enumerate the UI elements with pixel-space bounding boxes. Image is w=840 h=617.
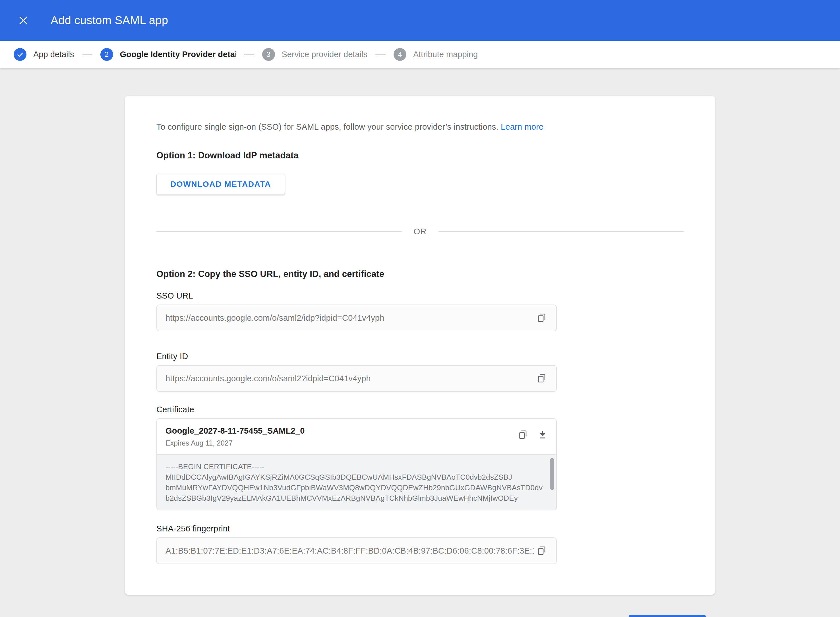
continue-button[interactable]: CONTINUE bbox=[629, 615, 706, 617]
sha256-label: SHA-256 fingerprint bbox=[156, 524, 684, 533]
check-icon bbox=[16, 51, 24, 58]
step4-label: Attribute mapping bbox=[413, 50, 478, 59]
step-connector bbox=[244, 54, 254, 55]
footer-actions: BACK CANCEL CONTINUE bbox=[124, 615, 716, 617]
sso-url-label: SSO URL bbox=[156, 291, 684, 301]
intro-text: To configure single sign-on (SSO) for SA… bbox=[156, 122, 684, 131]
download-icon bbox=[537, 430, 548, 440]
copy-icon bbox=[536, 313, 546, 323]
step-google-idp-details[interactable]: 2 Google Identity Provider details bbox=[100, 48, 236, 61]
back-button[interactable]: BACK bbox=[135, 615, 170, 617]
certificate-copy-button[interactable] bbox=[515, 427, 530, 442]
idp-details-card: To configure single sign-on (SSO) for SA… bbox=[124, 96, 716, 595]
certificate-body[interactable]: -----BEGIN CERTIFICATE----- MIIDdDCCAlyg… bbox=[157, 454, 556, 510]
download-metadata-button[interactable]: DOWNLOAD METADATA bbox=[156, 174, 285, 195]
or-divider: OR bbox=[156, 227, 684, 236]
certificate-line: bmMuMRYwFAYDVQQHEw1Nb3VudGFpbiBWaWV3MQ8w… bbox=[165, 483, 543, 493]
dialog-header: Add custom SAML app bbox=[0, 0, 840, 41]
step-connector bbox=[375, 54, 385, 55]
certificate-line: b2dsZSBGb3IgV29yazELMAkGA1UEBhMCVVMxEzAR… bbox=[165, 493, 543, 503]
certificate-actions bbox=[515, 427, 550, 442]
certificate-header: Google_2027-8-11-75455_SAML2_0 Expires A… bbox=[157, 419, 556, 454]
step-service-provider-details[interactable]: 3 Service provider details bbox=[262, 48, 368, 61]
divider-line-right bbox=[438, 231, 684, 232]
copy-icon bbox=[518, 430, 528, 440]
certificate-scrollbar[interactable] bbox=[550, 458, 554, 490]
step1-label: App details bbox=[33, 50, 74, 59]
divider-or-label: OR bbox=[413, 227, 427, 236]
intro-text-body: To configure single sign-on (SSO) for SA… bbox=[156, 122, 499, 131]
certificate-line: -----BEGIN CERTIFICATE----- bbox=[165, 462, 543, 472]
step3-number-circle: 3 bbox=[262, 48, 275, 61]
certificate-line: MIIDdDCCAlygAwIBAgIGAYKSjRZiMA0GCSqGSIb3… bbox=[165, 472, 543, 483]
step-app-details[interactable]: App details bbox=[14, 48, 74, 61]
close-button[interactable] bbox=[15, 12, 32, 29]
sso-url-copy-button[interactable] bbox=[534, 310, 549, 325]
sso-url-value: https://accounts.google.com/o/saml2/idp?… bbox=[165, 313, 534, 323]
option2-heading: Option 2: Copy the SSO URL, entity ID, a… bbox=[156, 269, 684, 279]
step-connector bbox=[82, 54, 92, 55]
wizard-stepper: App details 2 Google Identity Provider d… bbox=[0, 41, 840, 68]
step2-number-circle: 2 bbox=[100, 48, 113, 61]
sha256-field: A1:B5:B1:07:7E:ED:E1:D3:A7:6E:EA:74:AC:B… bbox=[156, 537, 557, 564]
step4-number-circle: 4 bbox=[394, 48, 406, 61]
step2-label: Google Identity Provider details bbox=[120, 50, 236, 59]
certificate-download-button[interactable] bbox=[535, 427, 550, 442]
learn-more-link[interactable]: Learn more bbox=[501, 122, 543, 131]
entity-id-field: https://accounts.google.com/o/saml2?idpi… bbox=[156, 365, 557, 392]
divider-line-left bbox=[156, 231, 402, 232]
copy-icon bbox=[536, 373, 546, 384]
certificate-name: Google_2027-8-11-75455_SAML2_0 bbox=[165, 426, 515, 435]
sha256-copy-button[interactable] bbox=[534, 543, 549, 558]
cancel-button[interactable]: CANCEL bbox=[566, 615, 613, 617]
copy-icon bbox=[536, 546, 546, 556]
option1-heading: Option 1: Download IdP metadata bbox=[156, 151, 684, 161]
entity-id-value: https://accounts.google.com/o/saml2?idpi… bbox=[165, 374, 534, 383]
sso-url-field: https://accounts.google.com/o/saml2/idp?… bbox=[156, 304, 557, 331]
step1-check-circle bbox=[14, 48, 27, 61]
certificate-titles: Google_2027-8-11-75455_SAML2_0 Expires A… bbox=[165, 426, 515, 447]
step-attribute-mapping[interactable]: 4 Attribute mapping bbox=[394, 48, 478, 61]
certificate-expiry: Expires Aug 11, 2027 bbox=[165, 439, 515, 447]
close-icon bbox=[18, 15, 29, 26]
entity-id-label: Entity ID bbox=[156, 352, 684, 361]
step3-label: Service provider details bbox=[282, 50, 368, 59]
main-area: To configure single sign-on (SSO) for SA… bbox=[0, 68, 840, 617]
dialog-title: Add custom SAML app bbox=[51, 14, 168, 27]
entity-id-copy-button[interactable] bbox=[534, 371, 549, 386]
sha256-value: A1:B5:B1:07:7E:ED:E1:D3:A7:6E:EA:74:AC:B… bbox=[165, 546, 534, 556]
certificate-box: Google_2027-8-11-75455_SAML2_0 Expires A… bbox=[156, 418, 557, 511]
certificate-label: Certificate bbox=[156, 405, 684, 414]
